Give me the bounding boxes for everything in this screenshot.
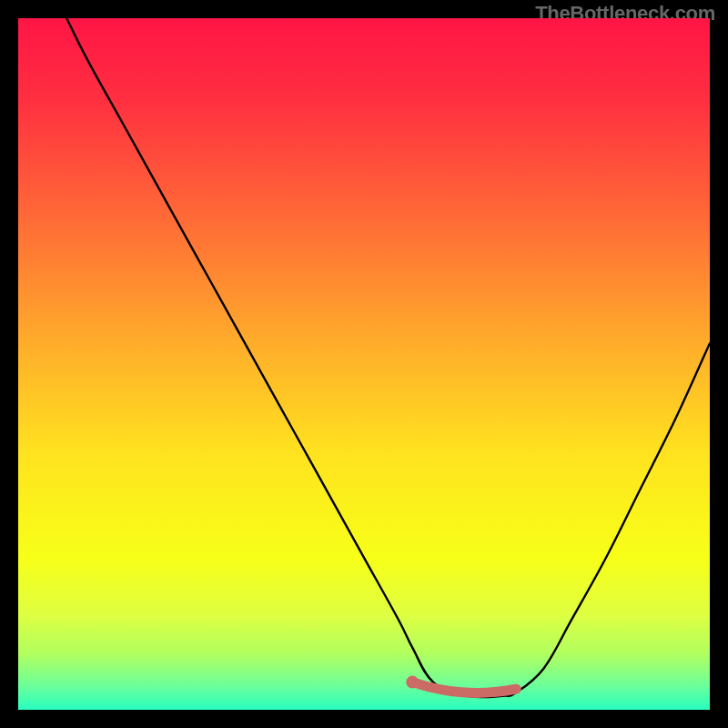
chart-frame: TheBottleneck.com (0, 0, 728, 728)
plot-area (18, 18, 710, 710)
svg-rect-0 (18, 18, 710, 710)
background-gradient (18, 18, 710, 710)
